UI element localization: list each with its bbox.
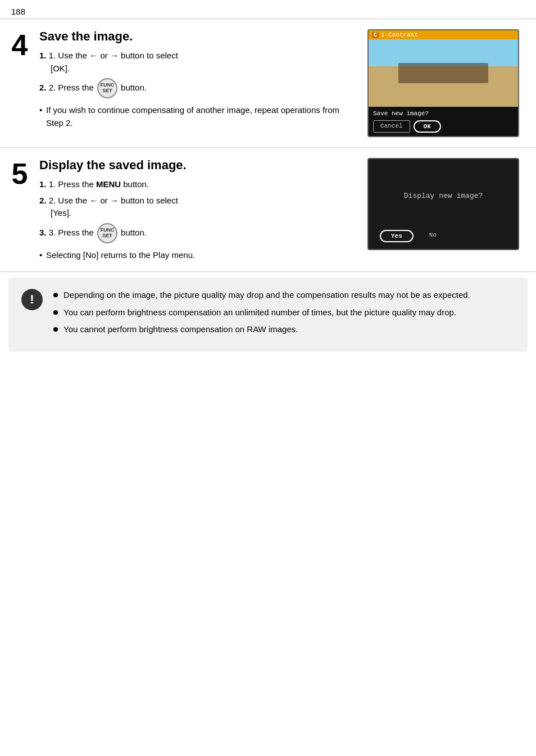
step-5-instr2-or: or <box>100 196 110 205</box>
step-4-number-col: 4 <box>0 29 39 137</box>
step-4-image-area <box>369 39 518 107</box>
page-wrapper: 188 4 Save the image. 1. 1. Use the ← or… <box>0 0 536 756</box>
step-4-instr1-num: 1. <box>39 51 47 60</box>
step-4-image-col: C i-Contrast Save new image? Cancel OK <box>362 29 536 137</box>
step-5-yes-btn[interactable]: Yes <box>380 230 414 242</box>
warning-bullet-3: You cannot perform brightness compensati… <box>53 323 516 336</box>
warning-text-2: You can perform brightness compensation … <box>63 306 456 319</box>
step-4-instructions: 1. 1. Use the ← or → button to select [O… <box>39 49 351 98</box>
step-4-cancel-btn[interactable]: Cancel <box>373 120 410 133</box>
step-4-content: Save the image. 1. 1. Use the ← or → but… <box>39 29 362 137</box>
step-4-screen-title: i-Contrast <box>381 31 418 38</box>
step-5-instructions: 1. 1. Press the MENU button. 2. 2. Use t… <box>39 178 351 243</box>
step-5-no-btn[interactable]: No <box>425 230 441 242</box>
step-4-title: Save the image. <box>39 29 351 44</box>
step-5-instr2-num: 2. <box>39 196 47 205</box>
step-4-instr2-num: 2. <box>39 83 47 92</box>
func-set-btn-5: FUNCSET <box>97 223 117 243</box>
step-5-title: Display the saved image. <box>39 158 351 173</box>
warning-section: ! Depending on the image, the picture qu… <box>8 278 528 352</box>
step-4-dialog-area: Save new image? Cancel OK <box>369 107 518 136</box>
step-5-bullet: Selecting [No] returns to the Play menu. <box>39 249 351 262</box>
step-5-screen-inner: Display new image? Yes No <box>369 159 518 249</box>
step-5-instr2-suffix: button to select <box>121 196 178 205</box>
warning-dot-2 <box>53 310 58 315</box>
step-4-chairs-scene <box>369 39 518 107</box>
step-5-section: 5 Display the saved image. 1. 1. Press t… <box>0 148 536 272</box>
step-4-bullet: If you wish to continue compensating of … <box>39 104 351 129</box>
step-5-instr2-end: [Yes]. <box>39 208 71 218</box>
step-4-section: 4 Save the image. 1. 1. Use the ← or → b… <box>0 19 536 148</box>
step-5-instr3-num: 3. <box>39 227 47 237</box>
step-4-instr2-suffix: button. <box>121 83 147 92</box>
func-btn-label-4: FUNCSET <box>100 83 114 94</box>
step-4-instruction-1: 1. 1. Use the ← or → button to select [O… <box>39 49 351 75</box>
page-number-text: 188 <box>11 7 25 16</box>
warning-bullet-2: You can perform brightness compensation … <box>53 306 516 319</box>
step-5-instr3-suffix: button. <box>121 227 147 237</box>
step-5-display-text: Display new image? <box>404 192 483 200</box>
step-5-right-arrow: → <box>110 194 119 207</box>
warning-dot-3 <box>53 327 58 332</box>
warning-dot-1 <box>53 293 58 297</box>
step-5-camera-screen: Display new image? Yes No <box>367 158 519 250</box>
warning-text-1: Depending on the image, the picture qual… <box>63 289 470 302</box>
func-btn-label-5: FUNCSET <box>100 228 114 239</box>
step-4-buttons-row: Cancel OK <box>373 120 514 133</box>
step-4-instr1-end: [OK]. <box>39 64 70 73</box>
step-4-dialog-text: Save new image? <box>373 110 514 117</box>
step-5-instr1-prefix: 1. Press the <box>49 179 96 189</box>
step-4-instr1-or: or <box>100 51 110 60</box>
warning-icon-col: ! <box>20 289 44 341</box>
step-4-left-arrow: ← <box>89 49 98 62</box>
step-5-number: 5 <box>12 159 28 188</box>
page-number: 188 <box>0 0 536 19</box>
step-5-instruction-2: 2. 2. Use the ← or → button to select [Y… <box>39 194 351 220</box>
step-4-instr1-suffix: button to select <box>121 51 178 60</box>
warning-bullet-1: Depending on the image, the picture qual… <box>53 289 516 302</box>
step-4-instruction-2: 2. 2. Press the FUNCSET button. <box>39 78 351 98</box>
step-5-image-col: Display new image? Yes No <box>362 158 536 261</box>
step-4-ok-btn[interactable]: OK <box>414 120 441 133</box>
warning-text-3: You cannot perform brightness compensati… <box>63 323 298 336</box>
step-4-instr1-prefix: 1. Use the <box>49 51 90 60</box>
warning-text-col: Depending on the image, the picture qual… <box>53 289 516 341</box>
step-5-number-col: 5 <box>0 158 39 261</box>
func-set-btn-4: FUNCSET <box>97 78 117 98</box>
step-5-content: Display the saved image. 1. 1. Press the… <box>39 158 362 261</box>
step-4-right-arrow: → <box>110 49 119 62</box>
step-5-instr1-suffix: button. <box>121 179 149 189</box>
step-4-title-bar: C i-Contrast <box>369 30 518 39</box>
step-5-instr2-prefix: 2. Use the <box>49 196 90 205</box>
step-4-c-icon: C <box>372 32 379 38</box>
warning-icon: ! <box>21 289 43 310</box>
step-5-left-arrow: ← <box>89 194 98 207</box>
step-4-camera-screen: C i-Contrast Save new image? Cancel OK <box>367 29 519 137</box>
step-5-menu-bold: MENU <box>96 179 121 189</box>
step-5-instr3-prefix: 3. Press the <box>49 227 96 237</box>
step-5-instr1-num: 1. <box>39 179 47 189</box>
step-4-instr2-prefix: 2. Press the <box>49 83 96 92</box>
step-5-instruction-3: 3. 3. Press the FUNCSET button. <box>39 223 351 243</box>
step-4-number: 4 <box>12 30 28 60</box>
step-5-btn-row: Yes No <box>369 230 518 242</box>
step-5-instruction-1: 1. 1. Press the MENU button. <box>39 178 351 191</box>
